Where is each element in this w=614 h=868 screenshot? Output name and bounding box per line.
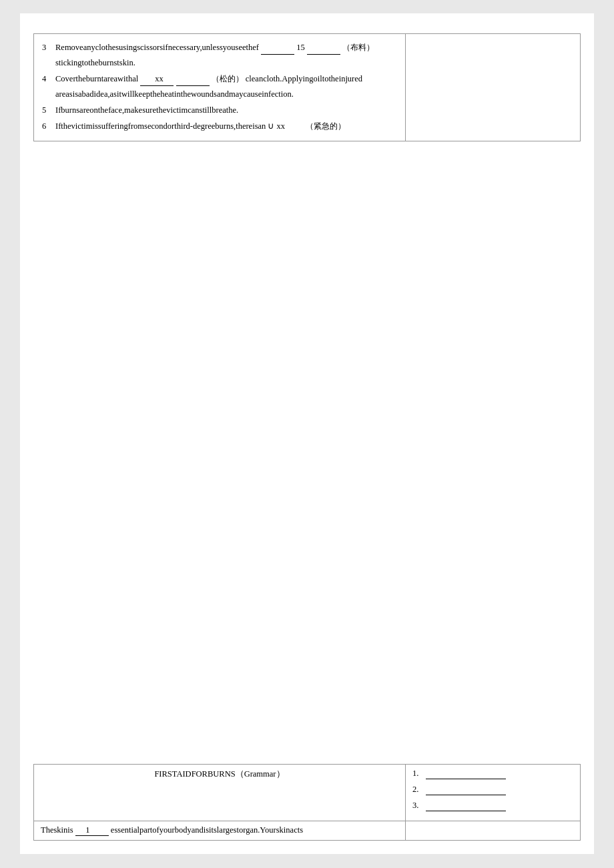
item-6-blank-xx: xx	[277, 121, 286, 131]
right-col	[405, 34, 580, 141]
item-6-main-text: Ifthevictimissufferingfromsecondorthird-…	[55, 121, 266, 131]
item-3-number: 3	[42, 41, 55, 54]
item-3-continuation: stickingtotheburnstskin.	[42, 56, 397, 69]
bottom-number-cell-2	[405, 821, 580, 841]
item-6-spaces	[287, 121, 304, 131]
bottom-content-text: Theskinis	[41, 825, 73, 835]
item-4-chinese1: （松的）	[212, 74, 244, 83]
item-3-text: Removeanyclothesusingscissorsifnecessary…	[55, 41, 397, 55]
num-blank-2	[426, 785, 506, 795]
item-6-union: ∪	[268, 121, 274, 131]
item-4-rest: cleancloth.Applyingoiltotheinjured	[246, 74, 362, 83]
num-blank-3	[426, 801, 506, 811]
item-5-number: 5	[42, 103, 55, 117]
item-4-main-text: Covertheburntareawithal	[55, 74, 138, 83]
item-4-row: 4 Covertheburntareawithal xx （松的） cleanc…	[42, 72, 397, 86]
left-col: 3 Removeanyclothesusingscissorsifnecessa…	[34, 34, 406, 141]
item-6-text: Ifthevictimissufferingfromsecondorthird-…	[55, 119, 397, 133]
item-4-continuation: areasisabadidea,asitwillkeeptheheatinthe…	[42, 87, 397, 101]
item-6-number: 6	[42, 119, 55, 133]
bottom-content-continuation: essentialpartofyourbodyandisitslargestor…	[111, 825, 303, 835]
item-4-number: 4	[42, 72, 55, 85]
item-3-num15: 15	[296, 43, 305, 52]
bottom-title: FIRSTAIDFORBURNS（Grammar）	[154, 769, 284, 779]
item-5-text: Ifburnsareontheface,makesurethevictimcan…	[55, 103, 397, 117]
bottom-content-blank: 1	[75, 825, 109, 836]
item-3-main-text: Removeanyclothesusingscissorsifnecessary…	[55, 43, 259, 52]
num-label-2: 2.	[412, 785, 426, 795]
number-line-1: 1.	[412, 769, 573, 779]
item-4-blank1: xx	[140, 72, 174, 86]
number-cell: 1. 2. 3.	[405, 765, 580, 821]
item-6-chinese: （紧急的）	[306, 121, 346, 131]
num-label-1: 1.	[412, 769, 426, 779]
content-area: 3 Removeanyclothesusingscissorsifnecessa…	[20, 13, 594, 854]
num-blank-1	[426, 769, 506, 779]
top-table: 3 Removeanyclothesusingscissorsifnecessa…	[33, 33, 581, 141]
number-line-3: 3.	[412, 801, 573, 811]
spacer	[20, 141, 594, 452]
content-block: 3 Removeanyclothesusingscissorsifnecessa…	[39, 37, 400, 138]
item-4-text: Covertheburntareawithal xx （松的） cleanclo…	[55, 72, 397, 86]
bottom-content-cell: Theskinis 1 essentialpartofyourbodyandis…	[34, 821, 406, 841]
item-3-blank1	[261, 41, 294, 55]
num-label-3: 3.	[412, 801, 426, 811]
item-3-blank2	[307, 41, 340, 55]
bottom-table: FIRSTAIDFORBURNS（Grammar） 1. 2. 3.	[33, 764, 581, 841]
bottom-section: FIRSTAIDFORBURNS（Grammar） 1. 2. 3.	[33, 453, 581, 841]
item-3-chinese: （布料）	[342, 43, 374, 52]
page-container: 3 Removeanyclothesusingscissorsifnecessa…	[0, 0, 614, 868]
bottom-title-cell: FIRSTAIDFORBURNS（Grammar）	[34, 765, 406, 821]
number-line-2: 2.	[412, 785, 573, 795]
item-3-row: 3 Removeanyclothesusingscissorsifnecessa…	[42, 41, 397, 55]
item-5-row: 5 Ifburnsareontheface,makesurethevictimc…	[42, 103, 397, 117]
item-4-blank2	[176, 72, 210, 86]
item-6-row: 6 Ifthevictimissufferingfromsecondorthir…	[42, 119, 397, 133]
